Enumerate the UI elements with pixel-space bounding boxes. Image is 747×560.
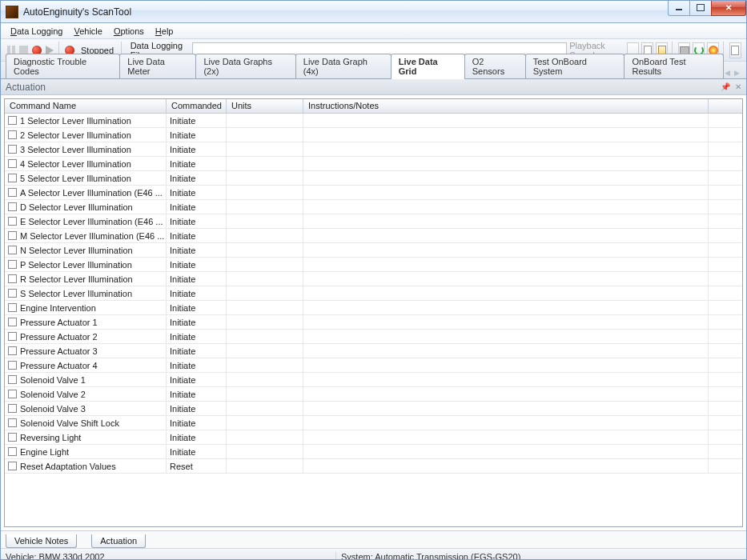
row-checkbox[interactable] <box>8 188 17 197</box>
row-command-name: R Selector Lever Illumination <box>20 274 133 284</box>
menu-help[interactable]: Help <box>151 25 179 38</box>
table-row[interactable]: Reversing LightInitiate <box>5 430 742 445</box>
column-header-command-name[interactable]: Command Name <box>5 99 167 113</box>
extra-button[interactable] <box>729 42 741 58</box>
column-header-commanded[interactable]: Commanded <box>167 99 227 113</box>
table-row[interactable]: M Selector Lever Illumination (E46 ...In… <box>5 229 742 243</box>
row-notes <box>303 186 709 199</box>
row-checkbox[interactable] <box>8 260 17 269</box>
table-row[interactable]: Pressure Actuator 3Initiate <box>5 344 742 358</box>
tab-test-onboard-system[interactable]: Test OnBoard System <box>525 54 625 78</box>
row-notes <box>303 344 709 358</box>
row-command-name: E Selector Lever Illumination (E46 ... <box>20 217 163 226</box>
row-checkbox[interactable] <box>8 375 17 384</box>
table-row[interactable]: Solenoid Valve Shift LockInitiate <box>5 416 742 430</box>
row-checkbox[interactable] <box>8 418 17 427</box>
row-checkbox[interactable] <box>8 174 17 182</box>
row-checkbox[interactable] <box>8 462 17 470</box>
row-commanded: Initiate <box>170 318 195 327</box>
table-row[interactable]: Reset Adaptation ValuesReset <box>5 459 742 474</box>
row-checkbox[interactable] <box>8 116 17 125</box>
row-commanded: Initiate <box>170 361 195 370</box>
row-checkbox[interactable] <box>8 433 17 442</box>
row-units <box>227 286 303 300</box>
row-units <box>227 301 303 314</box>
table-row[interactable]: Engine InterventionInitiate <box>5 301 742 315</box>
table-row[interactable]: P Selector Lever IlluminationInitiate <box>5 258 742 272</box>
row-last <box>709 229 742 242</box>
menu-vehicle[interactable]: Vehicle <box>69 25 106 38</box>
row-last <box>709 243 742 257</box>
table-row[interactable]: E Selector Lever Illumination (E46 ...In… <box>5 214 742 229</box>
table-row[interactable]: Pressure Actuator 1Initiate <box>5 315 742 330</box>
row-notes <box>303 286 709 300</box>
tab-onboard-test-results[interactable]: OnBoard Test Results <box>624 54 724 78</box>
row-units <box>227 214 303 228</box>
maximize-button[interactable] <box>689 1 712 16</box>
table-row[interactable]: Pressure Actuator 2Initiate <box>5 330 742 344</box>
table-row[interactable]: 3 Selector Lever IlluminationInitiate <box>5 142 742 157</box>
table-row[interactable]: Solenoid Valve 3Initiate <box>5 402 742 416</box>
tab-scroll-right-icon[interactable]: ▶ <box>733 69 741 77</box>
tab-live-data-graphs-2x[interactable]: Live Data Graphs (2x) <box>195 54 295 78</box>
row-checkbox[interactable] <box>8 246 17 254</box>
minimize-button[interactable] <box>668 1 690 16</box>
row-checkbox[interactable] <box>8 202 17 211</box>
row-commanded: Initiate <box>170 116 195 126</box>
row-last <box>709 402 742 415</box>
table-row[interactable]: 4 Selector Lever IlluminationInitiate <box>5 157 742 171</box>
row-notes <box>303 114 709 127</box>
row-last <box>709 344 742 358</box>
row-checkbox[interactable] <box>8 303 17 312</box>
table-row[interactable]: Engine LightInitiate <box>5 445 742 459</box>
menu-options[interactable]: Options <box>109 25 149 38</box>
row-command-name: 2 Selector Lever Illumination <box>20 130 131 140</box>
tab-scroll-left-icon[interactable]: ◀ <box>723 69 732 77</box>
row-notes <box>303 358 709 372</box>
table-row[interactable]: Pressure Actuator 4Initiate <box>5 358 742 373</box>
row-checkbox[interactable] <box>8 361 17 370</box>
pin-icon[interactable]: 📌 <box>721 82 730 91</box>
row-checkbox[interactable] <box>8 332 17 341</box>
row-units <box>227 200 303 214</box>
bottom-tab-actuation[interactable]: Actuation <box>91 534 146 548</box>
tab-live-data-graph-4x[interactable]: Live Data Graph (4x) <box>295 54 392 78</box>
table-row[interactable]: 1 Selector Lever IlluminationInitiate <box>5 114 742 128</box>
row-checkbox[interactable] <box>8 346 17 355</box>
row-units <box>227 142 303 156</box>
row-checkbox[interactable] <box>8 231 17 240</box>
row-checkbox[interactable] <box>8 390 17 398</box>
column-header-instructions[interactable]: Instructions/Notes <box>303 99 709 113</box>
column-header-empty <box>709 99 742 113</box>
column-header-units[interactable]: Units <box>227 99 303 113</box>
table-row[interactable]: N Selector Lever IlluminationInitiate <box>5 243 742 258</box>
row-checkbox[interactable] <box>8 447 17 456</box>
table-row[interactable]: 2 Selector Lever IlluminationInitiate <box>5 128 742 142</box>
row-checkbox[interactable] <box>8 217 17 226</box>
tab-diagnostic-trouble-codes[interactable]: Diagnostic Trouble Codes <box>6 54 120 78</box>
row-checkbox[interactable] <box>8 130 17 139</box>
table-row[interactable]: S Selector Lever IlluminationInitiate <box>5 286 742 301</box>
row-units <box>227 157 303 170</box>
table-row[interactable]: 5 Selector Lever IlluminationInitiate <box>5 171 742 186</box>
menu-data-logging[interactable]: Data Logging <box>6 25 67 38</box>
close-button[interactable] <box>711 1 746 16</box>
row-checkbox[interactable] <box>8 318 17 326</box>
table-row[interactable]: A Selector Lever Illumination (E46 ...In… <box>5 186 742 200</box>
bottom-tab-vehicle-notes[interactable]: Vehicle Notes <box>6 534 77 548</box>
row-checkbox[interactable] <box>8 404 17 413</box>
tab-live-data-meter[interactable]: Live Data Meter <box>119 54 196 78</box>
row-checkbox[interactable] <box>8 159 17 168</box>
table-row[interactable]: D Selector Lever IlluminationInitiate <box>5 200 742 214</box>
table-row[interactable]: R Selector Lever IlluminationInitiate <box>5 272 742 286</box>
table-row[interactable]: Solenoid Valve 1Initiate <box>5 373 742 387</box>
row-checkbox[interactable] <box>8 274 17 283</box>
table-row[interactable]: Solenoid Valve 2Initiate <box>5 387 742 402</box>
panel-close-icon[interactable]: ✕ <box>735 82 741 91</box>
tab-o2-sensors[interactable]: O2 Sensors <box>464 54 526 78</box>
tab-live-data-grid[interactable]: Live Data Grid <box>391 54 465 79</box>
row-notes <box>303 142 709 156</box>
row-checkbox[interactable] <box>8 145 17 154</box>
row-checkbox[interactable] <box>8 289 17 298</box>
row-notes <box>303 272 709 286</box>
